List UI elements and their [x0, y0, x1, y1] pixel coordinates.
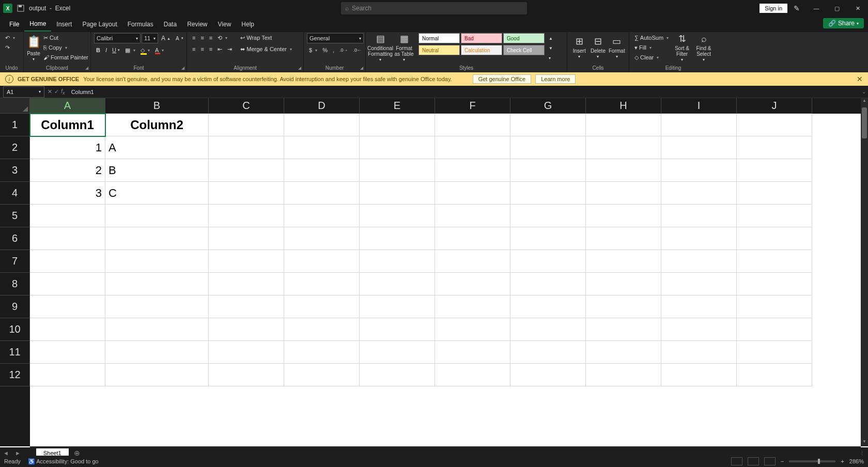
- scroll-up-arrow[interactable]: ▲: [861, 98, 868, 105]
- column-header-J[interactable]: J: [737, 98, 812, 114]
- cell-F6[interactable]: [435, 227, 510, 250]
- cell-H11[interactable]: [586, 341, 661, 364]
- cell-A6[interactable]: [30, 227, 105, 250]
- cell-D10[interactable]: [284, 318, 360, 341]
- cell-B1[interactable]: Column2: [105, 114, 209, 136]
- cell-I9[interactable]: [661, 295, 737, 318]
- cell-E1[interactable]: [360, 114, 435, 136]
- cell-J4[interactable]: [737, 182, 812, 205]
- column-header-F[interactable]: F: [435, 98, 510, 114]
- column-header-H[interactable]: H: [586, 98, 661, 114]
- cell-F12[interactable]: [435, 364, 510, 386]
- alignment-dialog-launcher[interactable]: ◢: [298, 66, 301, 70]
- decrease-font-button[interactable]: A▼: [174, 34, 186, 43]
- zoom-level[interactable]: 286%: [849, 458, 864, 464]
- cell-D4[interactable]: [284, 182, 360, 205]
- border-button[interactable]: ▦: [123, 45, 137, 55]
- cell-H1[interactable]: [586, 114, 661, 136]
- cell-I12[interactable]: [661, 364, 737, 386]
- cell-C8[interactable]: [209, 273, 284, 295]
- column-header-D[interactable]: D: [284, 98, 360, 114]
- column-header-B[interactable]: B: [105, 98, 209, 114]
- cell-B7[interactable]: [105, 250, 209, 273]
- clipboard-dialog-launcher[interactable]: ◢: [85, 66, 88, 70]
- row-header-2[interactable]: 2: [0, 136, 30, 159]
- cell-E3[interactable]: [360, 159, 435, 182]
- cell-A4[interactable]: 3: [30, 182, 105, 205]
- underline-button[interactable]: U▾: [110, 45, 122, 55]
- zoom-knob[interactable]: [818, 459, 820, 464]
- formula-input[interactable]: Column1: [68, 88, 860, 96]
- vscroll-thumb[interactable]: [862, 107, 867, 138]
- cancel-formula-icon[interactable]: ✕: [48, 88, 52, 95]
- cell-F8[interactable]: [435, 273, 510, 295]
- cell-A12[interactable]: [30, 364, 105, 386]
- row-header-10[interactable]: 10: [0, 318, 30, 341]
- row-header-12[interactable]: 12: [0, 364, 30, 386]
- scroll-down-arrow[interactable]: ▼: [861, 439, 868, 446]
- cell-J2[interactable]: [737, 136, 812, 159]
- column-header-I[interactable]: I: [661, 98, 737, 114]
- align-center-button[interactable]: ≡: [198, 44, 206, 54]
- cell-E6[interactable]: [360, 227, 435, 250]
- cell-E7[interactable]: [360, 250, 435, 273]
- row-header-8[interactable]: 8: [0, 273, 30, 295]
- cell-H3[interactable]: [586, 159, 661, 182]
- cell-J11[interactable]: [737, 341, 812, 364]
- cell-C1[interactable]: [209, 114, 284, 136]
- styles-scroll-down[interactable]: ▼: [547, 43, 555, 53]
- warning-close-button[interactable]: ✕: [857, 75, 863, 83]
- cell-C9[interactable]: [209, 295, 284, 318]
- save-icon[interactable]: [17, 4, 25, 12]
- align-bottom-button[interactable]: ≡: [207, 33, 214, 42]
- cell-C11[interactable]: [209, 341, 284, 364]
- style-calculation[interactable]: Calculation: [461, 45, 502, 55]
- zoom-out-button[interactable]: −: [781, 458, 784, 464]
- cell-A2[interactable]: 1: [30, 136, 105, 159]
- tab-page-layout[interactable]: Page Layout: [77, 18, 122, 31]
- merge-center-button[interactable]: ⬌Merge & Center: [238, 44, 294, 54]
- cell-C5[interactable]: [209, 205, 284, 227]
- italic-button[interactable]: I: [103, 45, 109, 55]
- cell-F11[interactable]: [435, 341, 510, 364]
- sort-filter-button[interactable]: ⇅Sort & Filter▾: [672, 33, 692, 63]
- cell-F10[interactable]: [435, 318, 510, 341]
- cell-A1[interactable]: Column1: [30, 114, 105, 136]
- normal-view-button[interactable]: [731, 457, 742, 465]
- cell-B10[interactable]: [105, 318, 209, 341]
- tab-file[interactable]: File: [4, 18, 24, 31]
- orientation-button[interactable]: ⟲: [215, 33, 229, 42]
- cell-H8[interactable]: [586, 273, 661, 295]
- minimize-button[interactable]: —: [806, 0, 827, 17]
- cell-B9[interactable]: [105, 295, 209, 318]
- cell-A9[interactable]: [30, 295, 105, 318]
- cell-E11[interactable]: [360, 341, 435, 364]
- coming-soon-icon[interactable]: ✎: [794, 4, 800, 12]
- cell-G6[interactable]: [510, 227, 586, 250]
- column-header-E[interactable]: E: [360, 98, 435, 114]
- cell-A10[interactable]: [30, 318, 105, 341]
- maximize-button[interactable]: ▢: [827, 0, 847, 17]
- font-name-combo[interactable]: Calibri▾: [94, 33, 141, 43]
- cell-I11[interactable]: [661, 341, 737, 364]
- cell-F5[interactable]: [435, 205, 510, 227]
- delete-cells-button[interactable]: ⊟Delete▾: [589, 33, 607, 63]
- page-layout-view-button[interactable]: [748, 457, 759, 465]
- conditional-formatting-button[interactable]: ▤Conditional Formatting▾: [369, 33, 392, 63]
- excel-app-icon[interactable]: X: [3, 4, 12, 13]
- cell-A7[interactable]: [30, 250, 105, 273]
- cell-F9[interactable]: [435, 295, 510, 318]
- cell-I10[interactable]: [661, 318, 737, 341]
- cell-J9[interactable]: [737, 295, 812, 318]
- row-header-11[interactable]: 11: [0, 341, 30, 364]
- cell-D6[interactable]: [284, 227, 360, 250]
- cell-E12[interactable]: [360, 364, 435, 386]
- cell-C7[interactable]: [209, 250, 284, 273]
- cell-I4[interactable]: [661, 182, 737, 205]
- cell-C12[interactable]: [209, 364, 284, 386]
- find-select-button[interactable]: ⌕Find & Select▾: [693, 33, 714, 63]
- share-button[interactable]: 🔗Share▾: [823, 18, 864, 28]
- cell-B5[interactable]: [105, 205, 209, 227]
- cell-E10[interactable]: [360, 318, 435, 341]
- row-header-7[interactable]: 7: [0, 250, 30, 273]
